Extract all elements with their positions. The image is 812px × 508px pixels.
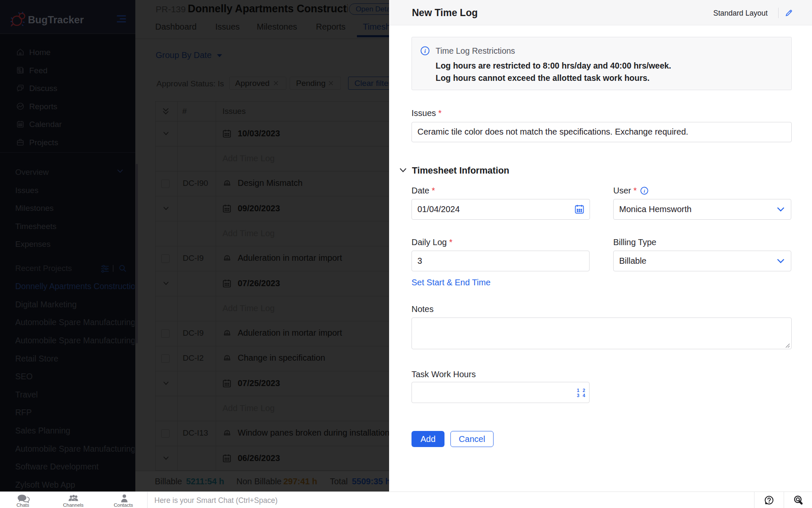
svg-text:i: i [644,188,645,193]
svg-text:i: i [424,48,426,54]
